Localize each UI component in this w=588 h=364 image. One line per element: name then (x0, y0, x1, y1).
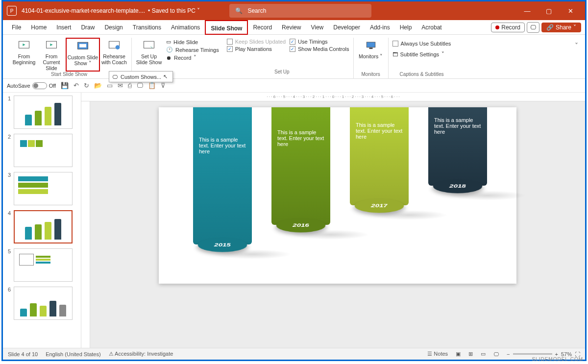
quick-print-icon[interactable]: ⎙ (128, 82, 132, 89)
set-up-slide-show-button[interactable]: Set Up Slide Show (136, 38, 162, 65)
slide-canvas[interactable]: This is a sample text. Enter your text h… (90, 101, 585, 348)
record-dropdown[interactable]: ⏺ Record ˅ (166, 54, 219, 61)
tab-home[interactable]: Home (26, 20, 51, 35)
collapse-ribbon-icon[interactable]: ˅ (572, 38, 581, 53)
tab-view[interactable]: View (306, 20, 328, 35)
open-icon[interactable]: 📂 (94, 82, 102, 89)
slideshow-view-icon[interactable]: 🖵 (493, 351, 499, 357)
always-use-subtitles-checkbox[interactable]: Always Use Subtitles (392, 41, 451, 47)
title-bar: P 4104-01-exclusive-market-research-temp… (3, 1, 585, 20)
close-button[interactable]: ✕ (560, 1, 581, 20)
quick-access-toolbar: AutoSave Off 💾 ↶ ↻ 📂 ▭ ✉ ⎙ 🖵 📋 ⊽ (3, 79, 585, 93)
save-icon[interactable]: 💾 (61, 82, 69, 89)
zoom-out-icon[interactable]: − (507, 351, 510, 357)
group-monitors: Monitors ˅ Monitors (354, 38, 389, 79)
save-status[interactable]: • Saved to this PC ˅ (148, 7, 200, 14)
tab-developer[interactable]: Developer (328, 20, 365, 35)
tab-animations[interactable]: Animations (166, 20, 205, 35)
search-placeholder: Search (247, 7, 266, 14)
thumbnail-6[interactable]: 6 (5, 287, 79, 320)
search-box[interactable]: 🔍 Search (229, 4, 371, 18)
svg-rect-8 (144, 41, 154, 48)
projector-icon: 🖵 (112, 74, 118, 80)
play-narrations-checkbox[interactable]: ✓Play Narrations (227, 46, 286, 52)
share-button[interactable]: 🔗 Share ˅ (541, 23, 581, 32)
keep-slides-updated-checkbox[interactable]: Keep Slides Updated (227, 39, 286, 45)
zoom-level[interactable]: 57% (561, 351, 572, 357)
tab-record[interactable]: Record (248, 20, 277, 35)
svg-point-7 (116, 45, 120, 49)
search-icon: 🔍 (235, 7, 243, 14)
rehearse-timings-button[interactable]: 🕐 Rehearse Timings (166, 47, 219, 53)
tab-review[interactable]: Review (277, 20, 306, 35)
zoom-control[interactable]: − + 57% ⛶ (507, 351, 580, 357)
hide-slide-button[interactable]: ▭ Hide Slide (166, 39, 219, 45)
use-timings-checkbox[interactable]: ✓Use Timings (290, 39, 349, 45)
present-mode-icon[interactable]: 🖵 (527, 22, 539, 33)
custom-slide-show-button[interactable]: Custom Slide Show ˅ (66, 38, 100, 72)
tab-help[interactable]: Help (395, 20, 417, 35)
current-slide: This is a sample text. Enter your text h… (159, 107, 516, 284)
accessibility-status[interactable]: ⚠ Accessibility: Investigate (109, 351, 173, 357)
custom-shows-menu-item[interactable]: 🖵 Custom Shows... ↖ (109, 71, 173, 82)
cursor-icon: ↖ (163, 73, 168, 80)
fit-window-icon[interactable]: ⛶ (575, 351, 580, 357)
menu-bar: File Home Insert Draw Design Transitions… (3, 20, 585, 35)
language-status[interactable]: English (United States) (46, 351, 101, 357)
reading-view-icon[interactable]: ▭ (481, 351, 486, 357)
svg-rect-10 (369, 48, 372, 49)
subtitle-settings-button[interactable]: 🗔 Subtitle Settings ˅ (392, 51, 451, 57)
thumbnail-1[interactable]: 1 (5, 96, 79, 129)
slide-text: This is a sample text. Enter your text h… (277, 129, 324, 147)
notes-button[interactable]: ☰ Notes (427, 351, 448, 357)
slide-thumbnail-panel: 1 2 3 4 5 6 (3, 93, 81, 348)
thumbnail-2[interactable]: 2 (5, 134, 79, 167)
show-media-controls-checkbox[interactable]: ✓Show Media Controls (290, 46, 349, 52)
thumbnail-4[interactable]: 4 (5, 210, 79, 243)
document-name: 4104-01-exclusive-market-research-templa… (22, 7, 145, 14)
slide-counter[interactable]: Slide 4 of 10 (8, 351, 38, 357)
email-icon[interactable]: ✉ (118, 82, 123, 89)
more-icon[interactable]: ⊽ (161, 82, 166, 89)
slide-text: This is a sample text. Enter your text h… (356, 122, 403, 140)
thumbnail-3[interactable]: 3 (5, 172, 79, 205)
ribbon: From Beginning From Current Slide Custom… (3, 35, 585, 79)
tab-slide-show[interactable]: Slide Show (205, 20, 248, 35)
slide-text: This is a sample text. Enter your text h… (199, 137, 246, 154)
thumbnail-5[interactable]: 5 (5, 248, 79, 282)
horizontal-ruler: · · · 6 · · · 5 · · · 4 · · · 3 · · · 2 … (81, 93, 585, 101)
redo-icon[interactable]: ↻ (84, 82, 89, 89)
from-beginning-button[interactable]: From Beginning (11, 38, 37, 72)
svg-rect-9 (367, 42, 375, 48)
svg-marker-3 (50, 44, 52, 46)
present-icon[interactable]: 🖵 (137, 82, 143, 89)
tab-draw[interactable]: Draw (76, 20, 99, 35)
normal-view-icon[interactable]: ▣ (456, 351, 461, 357)
minimize-button[interactable]: — (516, 1, 538, 20)
paste-icon[interactable]: 📋 (148, 82, 156, 89)
undo-icon[interactable]: ↶ (74, 82, 79, 89)
autosave-toggle[interactable]: AutoSave Off (7, 82, 56, 89)
record-button[interactable]: Record (491, 23, 525, 32)
app-icon: P (7, 6, 17, 16)
maximize-button[interactable]: ▢ (538, 1, 560, 20)
sorter-view-icon[interactable]: ⊞ (468, 351, 473, 357)
watermark: SLIDEMODEL.COM (532, 357, 583, 361)
tab-addins[interactable]: Add-ins (365, 20, 395, 35)
rehearse-with-coach-button[interactable]: Rehearse with Coach (101, 38, 127, 72)
zoom-slider[interactable] (513, 353, 552, 355)
tab-file[interactable]: File (7, 20, 26, 35)
tab-design[interactable]: Design (99, 20, 127, 35)
slide-text: This is a sample text. Enter your text h… (434, 117, 481, 135)
from-current-slide-button[interactable]: From Current Slide (38, 38, 65, 72)
svg-marker-1 (23, 44, 25, 46)
new-icon[interactable]: ▭ (107, 82, 113, 89)
vertical-ruler (81, 101, 90, 348)
svg-rect-5 (79, 44, 86, 48)
tab-insert[interactable]: Insert (51, 20, 76, 35)
tab-acrobat[interactable]: Acrobat (416, 20, 446, 35)
zoom-in-icon[interactable]: + (555, 351, 558, 357)
tab-transitions[interactable]: Transitions (128, 20, 166, 35)
monitors-button[interactable]: Monitors ˅ (358, 38, 384, 72)
status-bar: Slide 4 of 10 English (United States) ⚠ … (3, 348, 585, 360)
